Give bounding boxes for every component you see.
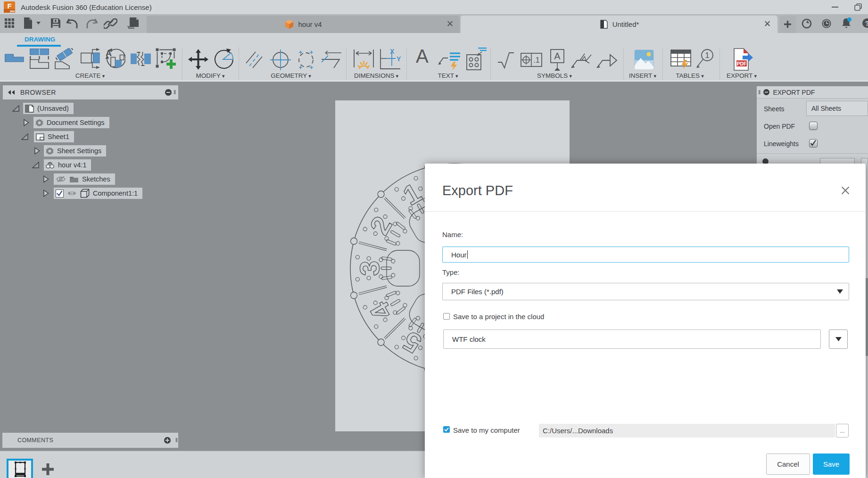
svg-text:2: 2	[364, 211, 397, 239]
svg-text:A: A	[554, 51, 561, 61]
svg-text:1: 1	[398, 177, 426, 211]
svg-text:Y: Y	[397, 55, 401, 63]
svg-text:4: 4	[364, 297, 397, 325]
svg-text:?: ?	[865, 19, 868, 27]
svg-text:5: 5	[398, 325, 426, 359]
svg-text:X: X	[390, 48, 395, 55]
svg-text:360: 360	[10, 10, 15, 13]
svg-text:F: F	[7, 2, 11, 10]
svg-text:1: 1	[705, 51, 709, 60]
svg-text:PDF: PDF	[737, 61, 747, 66]
svg-text:.1: .1	[533, 56, 539, 64]
svg-text:3: 3	[354, 261, 385, 276]
